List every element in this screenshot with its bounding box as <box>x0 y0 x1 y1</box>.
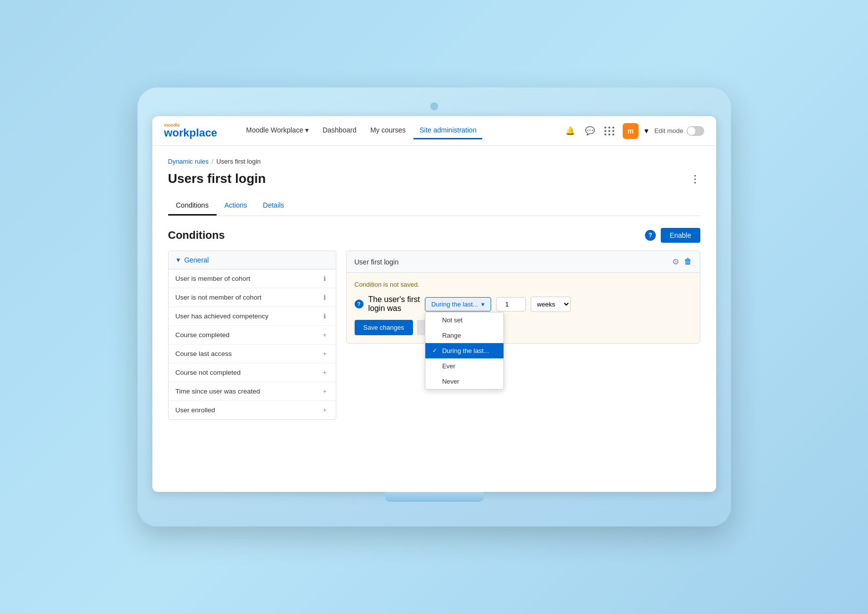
condition-label-course-last-access: Course last access <box>176 350 232 357</box>
avatar-dropdown-icon: ▾ <box>644 126 648 135</box>
tab-conditions[interactable]: Conditions <box>168 196 217 216</box>
field-label-line1: The user's first <box>368 295 420 304</box>
right-panel: User first login ⚙ 🗑 Condition is not sa… <box>346 251 700 420</box>
gear-icon[interactable]: ⚙ <box>672 257 679 266</box>
nav-links: Moodle Workplace ▾ Dashboard My courses … <box>240 122 551 139</box>
plus-icon-course-last-access: + <box>321 350 329 357</box>
condition-item-cohort-member[interactable]: User is member of cohort ℹ <box>169 269 336 288</box>
condition-label-user-enrolled: User enrolled <box>176 406 215 414</box>
condition-label-time-since-created: Time since user was created <box>176 388 260 395</box>
condition-item-course-completed[interactable]: Course completed + <box>169 326 336 345</box>
condition-item-competency[interactable]: User has achieved competency ℹ <box>169 307 336 326</box>
enable-button[interactable]: Enable <box>661 228 700 243</box>
toggle-knob <box>687 127 695 135</box>
dropdown-label-during-last: During the last... <box>442 347 489 354</box>
nav-moodle-workplace[interactable]: Moodle Workplace ▾ <box>240 122 315 139</box>
conditions-header: Conditions ? Enable <box>168 228 700 243</box>
nav-dashboard[interactable]: Dashboard <box>317 122 363 139</box>
condition-label-course-not-completed: Course not completed <box>176 369 241 376</box>
card-actions: ⚙ 🗑 <box>672 257 692 266</box>
dropdown-wrapper: During the last... ▾ Not set <box>425 297 491 311</box>
edit-mode-toggle[interactable] <box>686 126 704 136</box>
laptop-screen: moodle workplace Moodle Workplace ▾ Dash… <box>152 116 716 492</box>
condition-label-competency: User has achieved competency <box>176 312 269 320</box>
logo-workplace: workplace <box>164 128 218 138</box>
tab-details[interactable]: Details <box>255 196 292 216</box>
dropdown-option-during-last[interactable]: ✓ During the last... <box>425 343 503 358</box>
chat-icon[interactable]: 💬 <box>583 124 597 138</box>
nav-my-courses[interactable]: My courses <box>365 122 412 139</box>
dropdown-label-not-set: Not set <box>442 316 462 324</box>
dropdown-trigger[interactable]: During the last... ▾ <box>425 297 491 311</box>
condition-label-cohort-not-member: User is not member of cohort <box>176 294 262 301</box>
breadcrumb-current: Users first login <box>216 158 261 165</box>
dropdown-label-range: Range <box>442 332 461 339</box>
dropdown-option-not-set[interactable]: Not set <box>425 312 503 328</box>
avatar[interactable]: m <box>623 123 639 139</box>
condition-row: ? The user's first login was During the … <box>355 295 692 313</box>
dropdown-label-never: Never <box>442 378 459 385</box>
field-help-icon[interactable]: ? <box>355 300 364 308</box>
nav-site-administration[interactable]: Site administration <box>413 122 482 139</box>
condition-label-course-completed: Course completed <box>176 331 230 339</box>
number-input[interactable] <box>496 297 526 311</box>
general-group-label: General <box>184 256 209 264</box>
condition-card: User first login ⚙ 🗑 Condition is not sa… <box>346 251 700 344</box>
field-label-line2: login was <box>368 304 420 313</box>
logo: moodle workplace <box>164 123 228 138</box>
plus-icon-user-enrolled: + <box>321 406 329 414</box>
chevron-down-icon: ▾ <box>305 126 309 134</box>
plus-icon-time-since-created: + <box>321 388 329 395</box>
condition-warning: Condition is not saved. <box>355 281 692 288</box>
three-dots-menu[interactable]: ⋮ <box>690 173 700 185</box>
dropdown-label-ever: Ever <box>442 362 456 370</box>
condition-item-course-not-completed[interactable]: Course not completed + <box>169 363 336 382</box>
plus-icon-course-not-completed: + <box>321 369 329 376</box>
dropdown-option-ever[interactable]: Ever <box>425 358 503 374</box>
conditions-layout: ▼ General User is member of cohort ℹ Use… <box>168 251 700 420</box>
laptop-frame: moodle workplace Moodle Workplace ▾ Dash… <box>137 88 731 526</box>
edit-mode-control: Edit mode <box>654 126 704 136</box>
tab-actions[interactable]: Actions <box>217 196 255 216</box>
unit-select[interactable]: weeks days months <box>531 297 571 312</box>
top-navigation: moodle workplace Moodle Workplace ▾ Dash… <box>152 116 716 146</box>
condition-card-title: User first login <box>355 258 399 266</box>
info-icon-cohort-not-member: ℹ <box>321 294 329 301</box>
trash-icon[interactable]: 🗑 <box>684 257 692 266</box>
dropdown-menu: Not set Range ✓ During the <box>425 312 504 390</box>
dropdown-option-never[interactable]: Never <box>425 374 503 389</box>
condition-item-time-since-created[interactable]: Time since user was created + <box>169 382 336 401</box>
breadcrumb: Dynamic rules / Users first login <box>168 158 700 165</box>
condition-card-header: User first login ⚙ 🗑 <box>347 251 700 273</box>
condition-item-course-last-access[interactable]: Course last access + <box>169 345 336 363</box>
condition-item-user-enrolled[interactable]: User enrolled + <box>169 401 336 419</box>
general-group: ▼ General User is member of cohort ℹ Use… <box>168 251 336 420</box>
breadcrumb-parent[interactable]: Dynamic rules <box>168 158 209 165</box>
laptop-stand <box>385 492 484 502</box>
grid-dots <box>603 126 616 136</box>
dropdown-option-range[interactable]: Range <box>425 328 503 343</box>
logo-text: moodle workplace <box>164 123 218 138</box>
grid-icon[interactable] <box>603 124 617 138</box>
nav-right-area: 🔔 💬 m ▾ Edit mode <box>563 123 704 139</box>
plus-icon-course-completed: + <box>321 331 329 339</box>
info-icon-competency: ℹ <box>321 312 329 320</box>
page-title-row: Users first login ⋮ <box>168 171 700 186</box>
conditions-controls: ? Enable <box>645 228 700 243</box>
laptop-notch <box>430 102 438 110</box>
breadcrumb-separator: / <box>212 158 214 165</box>
help-icon[interactable]: ? <box>645 230 656 241</box>
conditions-title: Conditions <box>168 229 225 242</box>
dropdown-chevron-icon: ▾ <box>481 301 485 308</box>
collapse-arrow-icon: ▼ <box>176 257 182 263</box>
condition-item-cohort-not-member[interactable]: User is not member of cohort ℹ <box>169 288 336 307</box>
tabs-bar: Conditions Actions Details <box>168 196 700 216</box>
check-icon-during-last: ✓ <box>432 347 439 354</box>
general-group-header[interactable]: ▼ General <box>169 251 336 269</box>
bell-icon[interactable]: 🔔 <box>563 124 577 138</box>
field-label: The user's first login was <box>368 295 420 313</box>
info-icon-cohort-member: ℹ <box>321 275 329 282</box>
condition-card-body: Condition is not saved. ? The user's fir… <box>347 273 700 343</box>
button-row: Save changes Cancel <box>355 320 692 335</box>
save-changes-button[interactable]: Save changes <box>355 320 413 335</box>
